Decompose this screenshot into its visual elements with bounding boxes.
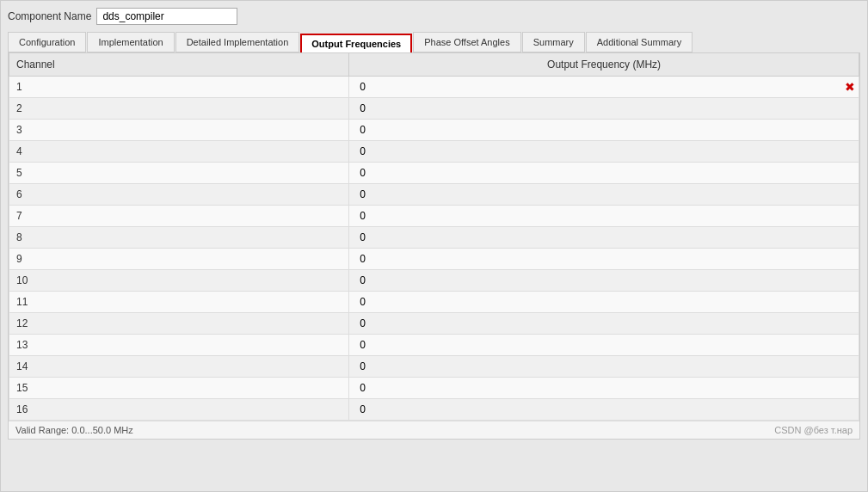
- tab-additional-summary[interactable]: Additional Summary: [586, 32, 693, 52]
- frequency-cell: ✖: [349, 77, 859, 98]
- tab-detailed-implementation[interactable]: Detailed Implementation: [175, 32, 300, 52]
- frequency-input[interactable]: [360, 124, 428, 136]
- channel-cell: 12: [9, 313, 349, 335]
- frequency-cell: [349, 98, 859, 120]
- table-row: 12: [9, 313, 859, 335]
- frequency-input[interactable]: [360, 339, 428, 351]
- app-container: Component Name Configuration Implementat…: [0, 0, 868, 492]
- frequency-input[interactable]: [360, 81, 428, 93]
- frequency-input[interactable]: [360, 360, 428, 372]
- frequency-input[interactable]: [360, 210, 428, 222]
- table-row: 13: [9, 335, 859, 356]
- frequency-cell: [349, 227, 859, 249]
- tab-phase-offset-angles[interactable]: Phase Offset Angles: [413, 32, 520, 52]
- frequency-input[interactable]: [360, 253, 428, 265]
- tabs-bar: Configuration Implementation Detailed Im…: [8, 32, 860, 52]
- frequency-cell: [349, 399, 859, 421]
- frequency-cell: [349, 120, 859, 141]
- row-delete-button[interactable]: ✖: [845, 81, 855, 93]
- table-wrapper: Channel Output Frequency (MHz) 1✖2345678…: [9, 52, 859, 421]
- table-row: 2: [9, 98, 859, 120]
- channel-cell: 4: [9, 141, 349, 163]
- frequency-input[interactable]: [360, 231, 428, 243]
- table-row: 5: [9, 163, 859, 184]
- frequency-input[interactable]: [360, 296, 428, 308]
- channel-cell: 5: [9, 163, 349, 184]
- tab-configuration[interactable]: Configuration: [8, 32, 86, 52]
- channel-cell: 16: [9, 399, 349, 421]
- frequency-input[interactable]: [360, 274, 428, 286]
- table-row: 8: [9, 227, 859, 249]
- tab-output-frequencies[interactable]: Output Frequencies: [300, 34, 412, 52]
- table-row: 16: [9, 399, 859, 421]
- frequency-cell: [349, 163, 859, 184]
- table-row: 9: [9, 249, 859, 270]
- channel-cell: 7: [9, 206, 349, 227]
- table-row: 3: [9, 120, 859, 141]
- frequency-input[interactable]: [360, 403, 428, 415]
- channel-cell: 1: [9, 77, 349, 98]
- frequency-cell: [349, 356, 859, 378]
- component-name-bar: Component Name: [8, 8, 860, 25]
- frequency-cell: [349, 313, 859, 335]
- frequency-input[interactable]: [360, 167, 428, 179]
- table-row: 4: [9, 141, 859, 163]
- valid-range-text: Valid Range: 0.0...50.0 MHz: [15, 425, 133, 435]
- component-name-label: Component Name: [8, 10, 91, 22]
- channel-cell: 6: [9, 184, 349, 206]
- col-frequency-header: Output Frequency (MHz): [349, 53, 859, 77]
- component-name-input[interactable]: [96, 8, 237, 25]
- channel-cell: 11: [9, 292, 349, 313]
- tab-summary[interactable]: Summary: [522, 32, 585, 52]
- channel-cell: 3: [9, 120, 349, 141]
- frequency-cell: [349, 335, 859, 356]
- status-bar: Valid Range: 0.0...50.0 MHz CSDN @без т.…: [9, 421, 859, 439]
- table-row: 11: [9, 292, 859, 313]
- table-row: 6: [9, 184, 859, 206]
- frequency-cell: [349, 141, 859, 163]
- frequency-input[interactable]: [360, 317, 428, 329]
- frequency-table: Channel Output Frequency (MHz) 1✖2345678…: [9, 52, 859, 421]
- channel-cell: 8: [9, 227, 349, 249]
- channel-cell: 13: [9, 335, 349, 356]
- col-channel-header: Channel: [9, 53, 349, 77]
- channel-cell: 15: [9, 378, 349, 399]
- channel-cell: 9: [9, 249, 349, 270]
- frequency-cell: [349, 378, 859, 399]
- tab-implementation[interactable]: Implementation: [87, 32, 174, 52]
- table-row: 14: [9, 356, 859, 378]
- frequency-cell: [349, 206, 859, 227]
- table-row: 7: [9, 206, 859, 227]
- frequency-input[interactable]: [360, 382, 428, 394]
- frequency-cell: [349, 184, 859, 206]
- table-row: 10: [9, 270, 859, 292]
- frequency-cell: [349, 292, 859, 313]
- frequency-input[interactable]: [360, 188, 428, 200]
- table-row: 15: [9, 378, 859, 399]
- frequency-input[interactable]: [360, 145, 428, 157]
- frequency-cell: [349, 270, 859, 292]
- channel-cell: 14: [9, 356, 349, 378]
- frequency-input[interactable]: [360, 102, 428, 114]
- channel-cell: 2: [9, 98, 349, 120]
- frequency-cell: [349, 249, 859, 270]
- channel-cell: 10: [9, 270, 349, 292]
- table-row: 1✖: [9, 77, 859, 98]
- main-content: Channel Output Frequency (MHz) 1✖2345678…: [8, 52, 860, 440]
- watermark-text: CSDN @без т.нар: [774, 425, 853, 435]
